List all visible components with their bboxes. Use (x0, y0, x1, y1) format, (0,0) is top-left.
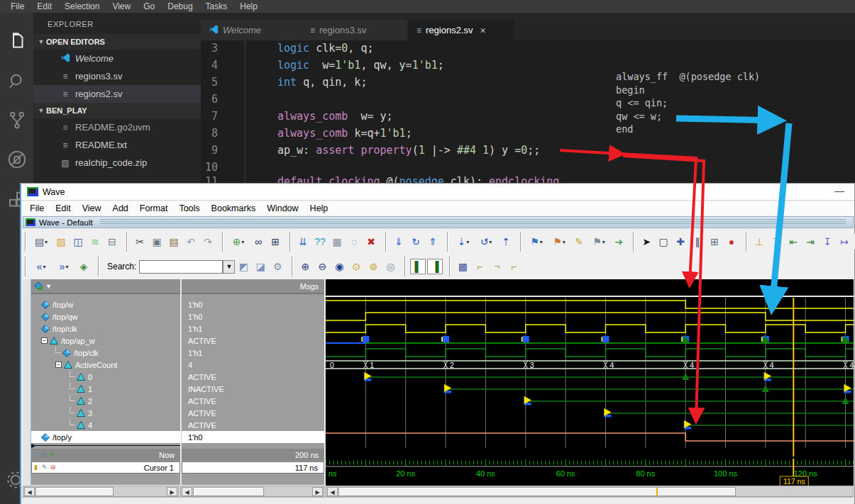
signal-row-4[interactable]: 4 (31, 419, 180, 431)
wave-menu-item-bookmarks[interactable]: Bookmarks (206, 203, 262, 213)
menu-item-tasks[interactable]: Tasks (199, 1, 234, 11)
open-file-button[interactable]: ▨ (53, 234, 69, 250)
wave-menu-item-window[interactable]: Window (261, 203, 304, 213)
file-item-README.go2uvm[interactable]: ≡README.go2uvm (33, 118, 201, 136)
menu-item-selection[interactable]: Selection (58, 1, 106, 11)
zoom-out-button[interactable]: ⊖ (314, 259, 330, 274)
find-forward-button[interactable]: ◩ (236, 259, 251, 274)
menu-item-view[interactable]: View (106, 1, 137, 11)
pane-drag-stripes[interactable] (100, 219, 846, 225)
find-backward-button[interactable]: ◪ (253, 259, 268, 274)
menu-item-go[interactable]: Go (137, 1, 161, 11)
zoom-in-on-cursor-button[interactable]: ⊙ (348, 259, 364, 274)
edit-icon[interactable]: ✎ (40, 464, 48, 471)
wave-grid-button[interactable]: ▦ (329, 234, 345, 250)
scroll-left-arrow[interactable]: ◀ (182, 487, 192, 496)
goto-bookmark-button[interactable]: ➔ (611, 234, 627, 250)
scroll-right-arrow[interactable]: ▶ (167, 487, 177, 496)
menu-item-edit[interactable]: Edit (31, 1, 58, 11)
open-editor-item-Welcome[interactable]: Welcome (33, 50, 201, 67)
msgs-header[interactable]: Msgs (182, 279, 324, 294)
wave-menu-item-format[interactable]: Format (134, 203, 174, 213)
zoom-between-cursors-button[interactable]: ⊚ (365, 259, 381, 274)
find-prev-fall-button[interactable]: ⇓ (391, 234, 407, 250)
selection-icon[interactable]: ▱ (31, 451, 39, 459)
edit-bookmark-button[interactable]: ✎ (571, 234, 587, 250)
screen-icon[interactable]: ▭ (40, 451, 48, 459)
find-next-rise-button[interactable]: ⇑ (425, 234, 441, 250)
wave-delete-button[interactable]: ✖ (363, 234, 379, 250)
tab-regions3.sv[interactable]: ≡regions3.sv (302, 20, 408, 40)
values-hscrollbar[interactable]: ◀ ▶ (180, 486, 324, 497)
add-cursor-button[interactable]: ⊥ (751, 234, 767, 250)
copy-button[interactable]: ▣ (149, 234, 165, 250)
expand-tree-button[interactable]: ⊞ (267, 234, 283, 250)
close-icon[interactable]: × (480, 25, 486, 36)
signal-row-3[interactable]: 3 (31, 407, 180, 419)
prev-transition-button[interactable]: ⇡ (498, 234, 514, 250)
file-item-realchip_code.zip[interactable]: ▨realchip_code.zip (33, 154, 201, 172)
signal-row--top-w[interactable]: /top/w (31, 298, 180, 310)
wave-pane-titlebar[interactable]: Wave - Default (23, 216, 854, 228)
prev-falling-edge-button[interactable]: ↧ (820, 234, 835, 250)
cursor1-row-name[interactable]: ▮✎⊖Cursor 1 (31, 461, 180, 474)
minimize-button[interactable]: — (834, 185, 844, 196)
reload-button[interactable]: ↻ (408, 234, 424, 250)
now-row-name[interactable]: ▱▭⊕Now (31, 449, 180, 461)
scroll-left-arrow[interactable]: ◀ (24, 487, 35, 496)
next-in-group-button[interactable]: »▾ (53, 259, 75, 274)
wave-menu-item-tools[interactable]: Tools (173, 203, 205, 213)
wave-hscrollbar[interactable]: ◀ (326, 486, 854, 497)
redo-button[interactable]: ↷ (200, 234, 216, 250)
lock-icon[interactable]: ▮ (32, 464, 40, 471)
edit-grid-mode-button[interactable]: ⊞ (707, 234, 722, 250)
search-icon[interactable] (6, 71, 28, 92)
wave-titlebar[interactable]: Wave — (21, 184, 854, 201)
tab-Welcome[interactable]: Welcome (201, 20, 302, 40)
signal-row-ActiveCount[interactable]: −ActiveCount (31, 359, 180, 371)
wave-find-button[interactable]: ◌ (346, 234, 362, 250)
refresh-compare-button[interactable]: ≋ (87, 234, 103, 250)
signal-row-0[interactable]: 0 (31, 371, 180, 383)
signal-row--top-clk[interactable]: /top/clk (31, 347, 180, 359)
delete-cursor-button[interactable]: ⊤ (768, 234, 784, 250)
waveform-canvas[interactable]: 01234444 ns20 ns40 ns60 ns80 ns100 ns120… (326, 279, 854, 485)
wave-menu-item-add[interactable]: Add (107, 203, 134, 213)
show-drivers-button[interactable]: ▐ (427, 259, 443, 274)
collapse-expander[interactable]: − (55, 362, 62, 368)
expanded-time-off-button[interactable]: ⌐ (472, 259, 487, 274)
signal-pane-header[interactable]: ▼ (31, 279, 180, 294)
stop-drawing-button[interactable]: ● (724, 234, 739, 250)
two-cursor-mode-button[interactable]: ∥ (690, 234, 705, 250)
waveform-plot[interactable]: 01234444 (326, 279, 854, 457)
wave-menu-item-file[interactable]: File (24, 203, 50, 213)
undo-button[interactable]: ↶ (183, 234, 199, 250)
save-bookmark-button[interactable]: ⚑▾ (588, 234, 609, 250)
signal-row--top-y[interactable]: /top/y (31, 431, 180, 443)
signal-vertical-scrollbar[interactable] (23, 279, 31, 485)
new-file-button[interactable]: ▤▾ (31, 234, 52, 250)
select-mode-button[interactable]: ➤ (639, 234, 654, 250)
zoom-full-button[interactable]: ◉ (331, 259, 347, 274)
wave-menu-item-view[interactable]: View (77, 203, 107, 213)
find-options-button[interactable]: ⚙ (270, 259, 285, 274)
scroll-left-arrow[interactable]: ◀ (327, 487, 338, 496)
wave-menu-item-help[interactable]: Help (304, 203, 334, 213)
zoom-select-mode-button[interactable]: ▢ (656, 234, 671, 250)
timeline-axis[interactable]: ns20 ns40 ns60 ns80 ns100 ns120 ns117 ns (326, 459, 854, 487)
signal-row--top-ap_w[interactable]: −/top/ap_w (31, 335, 180, 347)
show-event-traceback-button[interactable]: ▌ (410, 259, 426, 274)
restart-run-button[interactable]: ↺▾ (475, 234, 497, 250)
open-editor-item-regions3.sv[interactable]: ≡regions3.sv (33, 67, 201, 85)
names-hscrollbar[interactable]: ◀ ▶ (23, 486, 179, 497)
pattern-search-button[interactable]: ▩ (455, 259, 470, 274)
add-icon[interactable]: ⊕ (48, 451, 56, 459)
signal-row--top-qw[interactable]: /top/qw (31, 310, 180, 323)
expanded-time-delta-button[interactable]: ¬ (489, 259, 504, 274)
scroll-right-arrow[interactable]: ▶ (312, 487, 323, 496)
code-editor[interactable]: 3logic clk=0, q;4logic w=1'b1, qw, y=1'b… (201, 40, 855, 183)
file-item-README.txt[interactable]: ≡README.txt (33, 136, 201, 154)
remove-icon[interactable]: ⊖ (49, 464, 57, 471)
wave-menu-item-edit[interactable]: Edit (50, 203, 77, 213)
next-edge-button[interactable]: ⇥ (802, 234, 818, 250)
